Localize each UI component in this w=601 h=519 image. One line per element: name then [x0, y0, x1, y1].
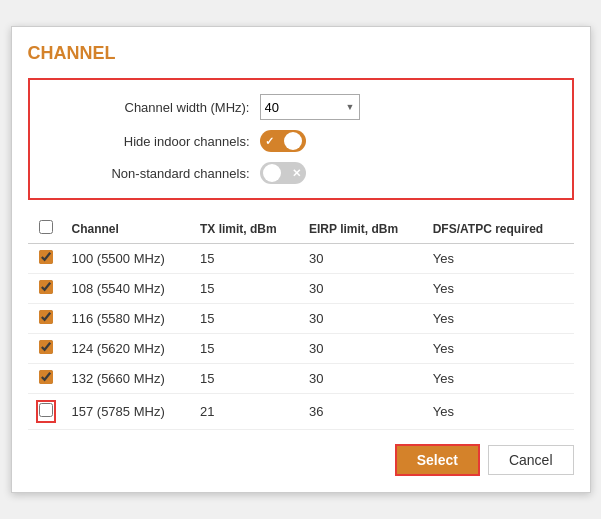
hide-indoor-toggle-container: ✓	[260, 130, 306, 152]
row-channel: 116 (5580 MHz)	[64, 304, 192, 334]
dialog-footer: Select Cancel	[28, 444, 574, 476]
non-standard-toggle[interactable]: ✕	[260, 162, 306, 184]
row-channel: 100 (5500 MHz)	[64, 244, 192, 274]
row-eirp: 30	[301, 274, 425, 304]
header-eirp: EIRP limit, dBm	[301, 214, 425, 244]
row-channel: 157 (5785 MHz)	[64, 394, 192, 430]
channel-width-select[interactable]: 20 40 80	[260, 94, 360, 120]
toggle-thumb	[284, 132, 302, 150]
row-checkbox-cell	[28, 244, 64, 274]
row-checkbox[interactable]	[39, 310, 53, 324]
table-row: 100 (5500 MHz)1530Yes	[28, 244, 574, 274]
row-dfs: Yes	[425, 304, 574, 334]
header-dfs: DFS/ATPC required	[425, 214, 574, 244]
select-button[interactable]: Select	[395, 444, 480, 476]
header-tx: TX limit, dBm	[192, 214, 301, 244]
hide-indoor-label: Hide indoor channels:	[50, 134, 250, 149]
row-dfs: Yes	[425, 274, 574, 304]
row-dfs: Yes	[425, 364, 574, 394]
channel-width-wrapper: 20 40 80	[260, 94, 360, 120]
row-dfs: Yes	[425, 244, 574, 274]
row-tx: 21	[192, 394, 301, 430]
non-standard-toggle-container: ✕	[260, 162, 306, 184]
non-standard-label: Non-standard channels:	[50, 166, 250, 181]
select-all-checkbox[interactable]	[39, 220, 53, 234]
row-checkbox-cell	[28, 274, 64, 304]
row-channel: 124 (5620 MHz)	[64, 334, 192, 364]
row-checkbox-cell	[28, 304, 64, 334]
row-dfs: Yes	[425, 334, 574, 364]
row-tx: 15	[192, 364, 301, 394]
row-eirp: 30	[301, 244, 425, 274]
channel-width-label: Channel width (MHz):	[50, 100, 250, 115]
toggle-x-icon: ✕	[292, 167, 301, 180]
row-dfs: Yes	[425, 394, 574, 430]
table-row: 124 (5620 MHz)1530Yes	[28, 334, 574, 364]
row-checkbox[interactable]	[39, 370, 53, 384]
row-checkbox[interactable]	[39, 280, 53, 294]
hide-indoor-row: Hide indoor channels: ✓	[50, 130, 552, 152]
row-checkbox-cell	[28, 394, 64, 430]
row-checkbox-cell	[28, 364, 64, 394]
hide-indoor-toggle[interactable]: ✓	[260, 130, 306, 152]
row-eirp: 30	[301, 334, 425, 364]
row-eirp: 30	[301, 304, 425, 334]
row-tx: 15	[192, 334, 301, 364]
row-checkbox[interactable]	[39, 340, 53, 354]
row-eirp: 36	[301, 394, 425, 430]
toggle-thumb-off	[263, 164, 281, 182]
channel-table: Channel TX limit, dBm EIRP limit, dBm DF…	[28, 214, 574, 430]
page-title: CHANNEL	[28, 43, 574, 64]
header-checkbox-cell	[28, 214, 64, 244]
row-channel: 108 (5540 MHz)	[64, 274, 192, 304]
row-channel: 132 (5660 MHz)	[64, 364, 192, 394]
non-standard-row: Non-standard channels: ✕	[50, 162, 552, 184]
channel-dialog: CHANNEL Channel width (MHz): 20 40 80 Hi…	[11, 26, 591, 493]
header-channel: Channel	[64, 214, 192, 244]
channel-width-row: Channel width (MHz): 20 40 80	[50, 94, 552, 120]
row-tx: 15	[192, 304, 301, 334]
row-tx: 15	[192, 244, 301, 274]
row-checkbox[interactable]	[39, 403, 53, 417]
cancel-button[interactable]: Cancel	[488, 445, 574, 475]
table-body: 100 (5500 MHz)1530Yes108 (5540 MHz)1530Y…	[28, 244, 574, 430]
toggle-check-icon: ✓	[265, 135, 274, 148]
table-row: 116 (5580 MHz)1530Yes	[28, 304, 574, 334]
row-checkbox[interactable]	[39, 250, 53, 264]
row-checkbox-cell	[28, 334, 64, 364]
table-row: 108 (5540 MHz)1530Yes	[28, 274, 574, 304]
table-header-row: Channel TX limit, dBm EIRP limit, dBm DF…	[28, 214, 574, 244]
table-row: 132 (5660 MHz)1530Yes	[28, 364, 574, 394]
row-eirp: 30	[301, 364, 425, 394]
row-tx: 15	[192, 274, 301, 304]
settings-box: Channel width (MHz): 20 40 80 Hide indoo…	[28, 78, 574, 200]
table-row: 157 (5785 MHz)2136Yes	[28, 394, 574, 430]
